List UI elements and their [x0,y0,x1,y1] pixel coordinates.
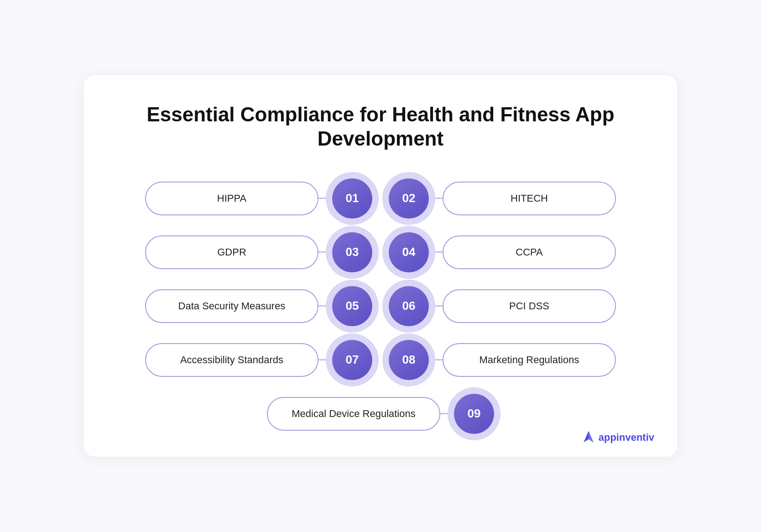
connector-left-1 [318,198,332,199]
pill-left-2: GDPR [145,235,318,269]
num-circle-02: 02 [389,178,429,219]
num-circle-06: 06 [389,286,429,326]
pill-left-3: Data Security Measures [145,289,318,323]
connector-right-1 [429,198,443,199]
connector-left-2 [318,251,332,253]
row-2: GDPR 03 04 CCPA [120,232,641,272]
connector-right-3 [429,305,443,307]
row-3: Data Security Measures 05 06 PCI DSS [120,286,641,326]
pill-left-4: Accessibility Standards [145,343,318,377]
main-card: Essential Compliance for Health and Fitn… [84,75,677,457]
pill-right-2: CCPA [443,235,616,269]
connector-left-4 [318,359,332,360]
num-circle-09: 09 [454,394,494,434]
logo-area: appinventiv [580,429,654,446]
num-circle-07: 07 [332,340,372,380]
num-circle-04: 04 [389,232,429,272]
logo-icon [580,429,597,446]
num-circle-01: 01 [332,178,372,219]
connector-right-2 [429,251,443,253]
pill-left-5: Medical Device Regulations [267,397,440,431]
num-circle-05: 05 [332,286,372,326]
num-circle-08: 08 [389,340,429,380]
pill-left-1: HIPPA [145,182,318,215]
connector-left-3 [318,305,332,307]
page-title: Essential Compliance for Health and Fitn… [120,103,641,151]
row-1: HIPPA 01 02 HITECH [120,178,641,219]
logo-text: appinventiv [599,432,654,443]
row-5: Medical Device Regulations 09 [120,394,641,434]
pill-right-3: PCI DSS [443,289,616,323]
pill-right-4: Marketing Regulations [443,343,616,377]
content-rows: HIPPA 01 02 HITECH GDPR 03 04 CCPA Data … [120,178,641,434]
row-4: Accessibility Standards 07 08 Marketing … [120,340,641,380]
svg-marker-1 [589,431,594,442]
connector-left-5 [440,413,454,414]
connector-right-4 [429,359,443,360]
pill-right-1: HITECH [443,182,616,215]
num-circle-03: 03 [332,232,372,272]
